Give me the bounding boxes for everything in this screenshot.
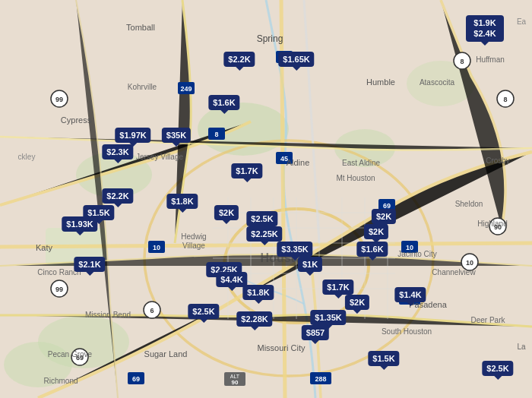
svg-text:Mt Houston: Mt Houston: [336, 174, 375, 182]
price-line1: $3.35K: [281, 244, 308, 254]
price-badge-badge-6[interactable]: $35K: [162, 128, 191, 143]
svg-text:Crosby: Crosby: [486, 156, 510, 165]
price-badge-badge-29[interactable]: $2.28K: [236, 311, 272, 327]
svg-text:Pecan Grove: Pecan Grove: [48, 350, 93, 359]
svg-text:Aldine: Aldine: [287, 158, 310, 167]
svg-text:Sugar Land: Sugar Land: [144, 349, 188, 359]
svg-text:ckley: ckley: [18, 153, 36, 161]
price-line1: $2K: [376, 211, 391, 222]
price-line1: $1.8K: [247, 287, 269, 298]
price-line1: $2.5K: [192, 306, 214, 317]
svg-text:Highland: Highland: [477, 220, 507, 228]
price-badge-badge-5[interactable]: $1.97K: [115, 128, 150, 143]
price-line1: $1.5K: [372, 353, 394, 364]
price-badge-badge-20[interactable]: $1.6K: [356, 242, 388, 257]
price-badge-badge-31[interactable]: $857: [302, 325, 329, 340]
price-line1: $1.8K: [171, 196, 193, 207]
price-line1: $2.25K: [251, 229, 277, 239]
price-line1: $1K: [302, 259, 318, 270]
price-line1: $1.97K: [119, 130, 146, 141]
svg-text:288: 288: [315, 375, 326, 383]
price-line1: $4.4K: [220, 274, 242, 285]
svg-text:Hedwig: Hedwig: [181, 232, 206, 241]
svg-text:Tomball: Tomball: [126, 23, 155, 32]
price-line1: $2K: [369, 226, 384, 237]
svg-text:Missouri City: Missouri City: [258, 343, 306, 352]
price-badge-badge-4[interactable]: $1.6K: [208, 95, 239, 110]
price-badge-badge-7[interactable]: $2.3K: [102, 144, 133, 160]
price-line1: $1.7K: [327, 282, 349, 292]
svg-text:Ea: Ea: [517, 17, 527, 26]
svg-text:Richmond: Richmond: [43, 377, 78, 385]
svg-text:Katy: Katy: [36, 243, 53, 252]
svg-text:90: 90: [232, 379, 239, 386]
price-badge-badge-12[interactable]: $1.8K: [166, 194, 198, 209]
price-line1: $1.6K: [361, 244, 383, 254]
map-container: 99 99 8 10 45 45 10 10 69 249 8 225 ALT …: [0, 0, 532, 398]
price-badge-badge-9[interactable]: $2.2K: [102, 188, 133, 204]
svg-text:69: 69: [132, 375, 140, 383]
price-badge-badge-14[interactable]: $2K: [372, 209, 396, 224]
price-line1: $2.28K: [241, 314, 268, 324]
price-badge-badge-2[interactable]: $2.2K: [223, 52, 255, 67]
price-line1: $1.4K: [399, 289, 421, 300]
price-badge-badge-18[interactable]: $2.1K: [74, 257, 105, 272]
svg-text:10: 10: [466, 259, 473, 267]
svg-text:8: 8: [503, 96, 507, 103]
price-line1: $2.3K: [106, 147, 128, 157]
price-line1: $857: [306, 327, 325, 338]
svg-text:Spring: Spring: [257, 33, 283, 44]
svg-text:Deer Park: Deer Park: [470, 316, 505, 324]
price-badge-badge-17[interactable]: $2.25K: [246, 226, 282, 242]
svg-text:Jersey Village: Jersey Village: [136, 153, 184, 161]
price-line1: $2.2K: [228, 54, 250, 65]
price-badge-badge-19[interactable]: $3.35K: [277, 242, 312, 257]
price-badge-badge-15[interactable]: $2.5K: [246, 211, 277, 226]
price-badge-badge-1[interactable]: $1.9K$2.4K: [466, 15, 504, 42]
svg-text:Mission Bend: Mission Bend: [85, 311, 131, 319]
price-line1: $2.2K: [106, 191, 128, 201]
svg-text:6: 6: [150, 307, 154, 314]
svg-text:10: 10: [153, 244, 160, 251]
price-line1: $2.5K: [251, 213, 273, 224]
svg-text:ALT: ALT: [230, 374, 240, 379]
price-badge-badge-21[interactable]: $1K: [298, 257, 322, 272]
price-badge-badge-13[interactable]: $2K: [214, 205, 239, 220]
price-badge-badge-26[interactable]: $2K: [345, 295, 369, 310]
svg-text:La: La: [517, 343, 526, 351]
price-line1: $1.35K: [315, 312, 341, 323]
svg-text:Jacinto City: Jacinto City: [397, 250, 437, 258]
svg-text:Huffman: Huffman: [476, 55, 505, 64]
price-badge-badge-30[interactable]: $1.35K: [310, 310, 346, 325]
svg-text:South Houston: South Houston: [382, 327, 432, 336]
map-background: 99 99 8 10 45 45 10 10 69 249 8 225 ALT …: [0, 0, 532, 398]
svg-text:Channelview: Channelview: [432, 268, 476, 276]
svg-text:99: 99: [55, 96, 63, 103]
price-badge-badge-32[interactable]: $1.5K: [368, 351, 399, 366]
price-line1: $1.6K: [213, 97, 235, 108]
price-badge-badge-28[interactable]: $2.5K: [188, 304, 219, 319]
price-badge-badge-27[interactable]: $1.4K: [394, 287, 426, 302]
price-badge-badge-33[interactable]: $2.5K: [482, 361, 513, 376]
svg-text:Cypress: Cypress: [61, 115, 92, 125]
svg-text:Atascocita: Atascocita: [420, 78, 455, 87]
svg-text:8: 8: [214, 131, 218, 138]
price-badge-badge-3[interactable]: $1.65K: [278, 52, 314, 67]
price-line1: $1.9K: [473, 17, 496, 28]
svg-text:Kohrville: Kohrville: [128, 83, 157, 91]
svg-text:Sheldon: Sheldon: [455, 200, 483, 208]
svg-text:249: 249: [180, 85, 192, 93]
price-badge-badge-16[interactable]: $2K: [364, 224, 388, 239]
price-line1: $2.5K: [486, 363, 508, 374]
price-line2: $2.4K: [473, 28, 496, 39]
svg-text:Humble: Humble: [366, 77, 395, 87]
price-badge-badge-11[interactable]: $1.93K: [62, 216, 97, 232]
price-badge-badge-8[interactable]: $1.7K: [231, 163, 262, 178]
price-badge-badge-25[interactable]: $1.7K: [322, 280, 353, 295]
price-line1: $2K: [350, 297, 365, 308]
svg-text:8: 8: [460, 58, 464, 65]
price-line1: $35K: [166, 130, 186, 141]
price-line1: $1.93K: [66, 219, 93, 229]
price-badge-badge-24[interactable]: $1.8K: [242, 285, 274, 300]
svg-text:Village: Village: [182, 242, 205, 250]
